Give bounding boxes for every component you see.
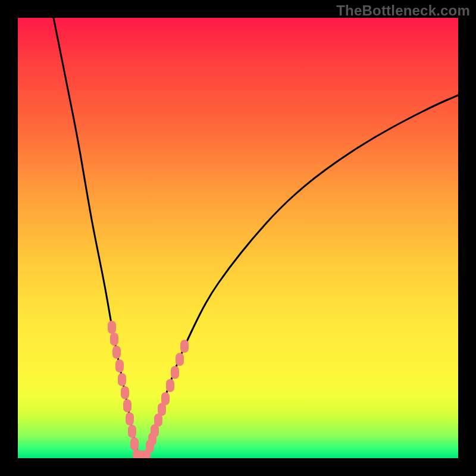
scatter-point [166, 379, 174, 392]
chart-svg [18, 18, 458, 458]
scatter-point [142, 450, 151, 458]
watermark-text: TheBottleneck.com [336, 2, 470, 19]
chart-frame: TheBottleneck.com [0, 0, 476, 476]
scatter-point [128, 425, 136, 438]
curve-right-branch [146, 95, 458, 458]
scatter-point [112, 346, 121, 359]
scatter-point [171, 366, 179, 379]
scatter-point [110, 333, 118, 346]
scatter-point [108, 321, 116, 334]
scatter-layer [108, 321, 189, 458]
scatter-point [118, 373, 126, 386]
scatter-point [176, 353, 184, 366]
scatter-point [115, 359, 124, 372]
plot-area [18, 18, 458, 458]
curves-layer [54, 18, 458, 458]
scatter-point [130, 437, 139, 450]
scatter-point [180, 340, 189, 353]
scatter-point [121, 386, 129, 399]
scatter-point [161, 392, 170, 405]
scatter-point [123, 399, 131, 412]
scatter-point [126, 412, 134, 425]
